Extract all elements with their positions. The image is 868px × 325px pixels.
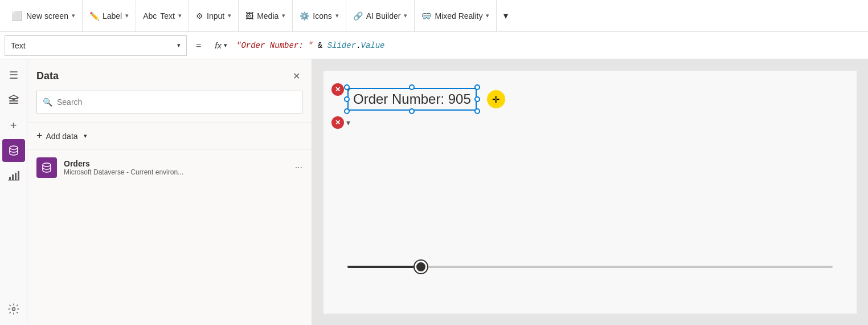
media-button[interactable]: 🖼 Media ▾ [239, 0, 293, 31]
search-icon: 🔍 [43, 98, 52, 107]
input-icon: ⚙ [196, 11, 203, 21]
search-input[interactable] [57, 98, 296, 107]
hamburger-menu-icon[interactable]: ☰ [2, 64, 25, 87]
new-screen-chevron-icon: ▾ [72, 12, 75, 19]
label-button[interactable]: ✏️ Label ▾ [83, 0, 136, 31]
property-dropdown-label: Text [11, 41, 26, 50]
text-chevron-icon: ▾ [178, 12, 182, 19]
slider-fill [347, 266, 420, 268]
icons-button[interactable]: ⚙️ Icons ▾ [293, 0, 346, 31]
handle-bottom-mid[interactable] [409, 108, 415, 114]
svg-point-11 [43, 163, 51, 166]
add-data-plus-icon: + [36, 130, 43, 142]
more-icon: ▾ [503, 10, 508, 21]
slider-container[interactable] [347, 266, 833, 268]
media-chevron-icon: ▾ [282, 12, 285, 19]
icons-menu-icon: ⚙️ [300, 11, 309, 21]
formula-input[interactable]: "Order Number: " & Slider.Value [236, 41, 863, 50]
input-label: Input [207, 11, 224, 21]
slider-track [347, 266, 833, 268]
formula-object-part: Slider [327, 41, 356, 50]
text-element[interactable]: Order Number: 905 ✛ [347, 88, 477, 111]
svg-rect-8 [18, 171, 19, 180]
icon-rail: ☰ + [0, 59, 27, 325]
formula-string-part: "Order Number: " [236, 41, 313, 50]
move-handle[interactable]: ✛ [487, 90, 505, 108]
svg-rect-2 [9, 103, 18, 104]
main-layout: ☰ + [0, 59, 868, 325]
data-source-orders[interactable]: Orders Microsoft Dataverse - Current env… [27, 152, 312, 184]
canvas[interactable]: ✕ ▾ Order Number: 905 ✛ [324, 71, 857, 314]
new-screen-icon: ⬜ [11, 10, 23, 21]
media-label: Media [257, 11, 279, 21]
media-icon: 🖼 [245, 11, 253, 21]
text-icon: Abc [143, 11, 157, 21]
layers-icon[interactable] [2, 89, 25, 112]
fx-label: fx [215, 40, 222, 50]
orders-name: Orders [64, 159, 288, 168]
fx-button[interactable]: fx ▾ [210, 38, 232, 52]
property-dropdown-chevron-icon: ▾ [177, 42, 181, 49]
toolbar: ⬜ New screen ▾ ✏️ Label ▾ Abc Text ▾ ⚙ I… [0, 0, 868, 32]
label-chevron-icon: ▾ [125, 12, 129, 19]
fx-chevron-icon: ▾ [224, 42, 227, 49]
input-chevron-icon: ▾ [228, 12, 231, 19]
svg-rect-6 [12, 174, 14, 180]
mixed-reality-button[interactable]: 🥽 Mixed Reality ▾ [415, 0, 497, 31]
new-screen-button[interactable]: ⬜ New screen ▾ [5, 0, 83, 31]
ai-builder-icon: 🔗 [353, 11, 363, 21]
svg-rect-7 [15, 173, 17, 180]
delete-button-1[interactable]: ✕ [331, 83, 344, 96]
add-icon[interactable]: + [2, 114, 25, 137]
add-data-label: Add data [46, 132, 78, 141]
chart-icon[interactable] [2, 164, 25, 187]
handle-mid-right[interactable] [474, 96, 480, 102]
toolbar-more-button[interactable]: ▾ [497, 0, 515, 31]
delete-button-2[interactable]: ✕ [331, 116, 344, 129]
formula-operator: & [318, 41, 327, 50]
search-box[interactable]: 🔍 [36, 91, 302, 113]
settings-icon[interactable] [2, 298, 25, 320]
icons-label: Icons [313, 11, 331, 21]
label-icon: ✏️ [89, 11, 99, 21]
text-button[interactable]: Abc Text ▾ [136, 0, 189, 31]
ai-builder-label: AI Builder [366, 11, 401, 21]
orders-more-button[interactable]: ··· [295, 162, 302, 173]
data-panel: Data ✕ 🔍 + Add data ▾ Orders [27, 59, 312, 325]
handle-mid-left[interactable] [344, 96, 350, 102]
svg-rect-5 [9, 177, 11, 180]
error-chevron-2[interactable]: ▾ [346, 118, 350, 127]
handle-top-left[interactable] [344, 84, 350, 90]
handle-bottom-left[interactable] [344, 108, 350, 114]
add-data-chevron-icon: ▾ [84, 132, 87, 140]
ai-builder-chevron-icon: ▾ [404, 12, 407, 19]
element-controls-2: ✕ ▾ [331, 116, 350, 129]
ai-builder-button[interactable]: 🔗 AI Builder ▾ [346, 0, 415, 31]
orders-subtitle: Microsoft Dataverse - Current environ... [64, 168, 288, 176]
mixed-reality-icon: 🥽 [421, 11, 431, 21]
svg-point-10 [12, 308, 15, 311]
orders-info: Orders Microsoft Dataverse - Current env… [64, 159, 288, 176]
text-element-display: Order Number: 905 [347, 88, 477, 111]
input-button[interactable]: ⚙ Input ▾ [189, 0, 239, 31]
handle-bottom-right[interactable] [474, 108, 480, 114]
close-panel-button[interactable]: ✕ [290, 68, 302, 84]
mixed-reality-chevron-icon: ▾ [486, 12, 489, 19]
handle-top-right[interactable] [474, 84, 480, 90]
divider [27, 123, 312, 123]
slider-thumb[interactable] [415, 261, 427, 273]
mixed-reality-label: Mixed Reality [435, 11, 482, 21]
svg-rect-1 [9, 100, 18, 101]
data-panel-title: Data [36, 70, 59, 82]
property-dropdown[interactable]: Text ▾ [5, 35, 187, 56]
data-panel-header: Data ✕ [27, 59, 312, 91]
orders-icon [36, 157, 57, 178]
new-screen-label: New screen [26, 11, 68, 21]
add-data-button[interactable]: + Add data ▾ [27, 125, 312, 147]
database-icon[interactable] [2, 139, 25, 162]
canvas-area: ✕ ▾ Order Number: 905 ✛ [312, 59, 868, 325]
formula-bar: Text ▾ = fx ▾ "Order Number: " & Slider.… [0, 32, 868, 59]
text-label: Text [160, 11, 175, 21]
equals-sign: = [191, 40, 206, 51]
text-element-container: Order Number: 905 ✛ [347, 88, 575, 111]
